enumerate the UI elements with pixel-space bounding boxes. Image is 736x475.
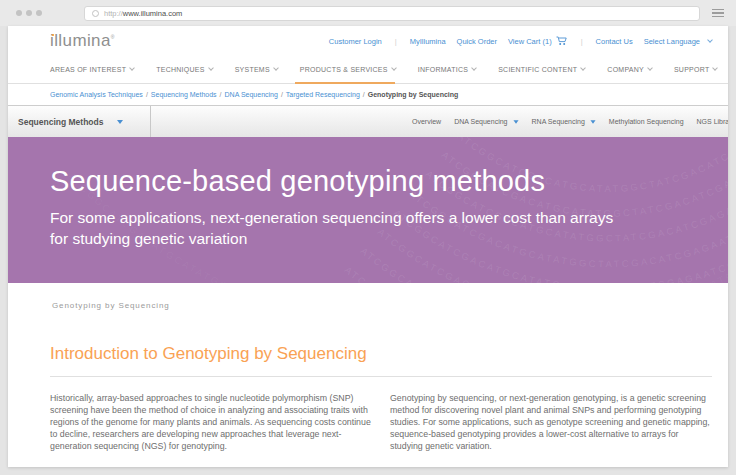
intro-paragraph-left: Historically, array-based approaches to … (50, 392, 372, 452)
utility-link-view-cart[interactable]: View Cart (1) (508, 36, 568, 46)
breadcrumb-link[interactable]: Genomic Analysis Techniques (50, 91, 143, 98)
chevron-down-icon (647, 65, 653, 71)
window-controls (16, 10, 42, 16)
chevron-down-icon (471, 65, 477, 71)
nav-item-systems[interactable]: SYSTEMS (235, 56, 278, 83)
nav-item-support[interactable]: SUPPORT (674, 56, 717, 83)
window-button[interactable] (16, 10, 22, 16)
divider: | (581, 37, 583, 46)
chevron-down-icon (273, 65, 279, 71)
breadcrumb-link[interactable]: Sequencing Methods (151, 91, 217, 98)
url-scheme: http:// (104, 9, 123, 18)
utility-link-customer-login[interactable]: Customer Login (329, 37, 382, 46)
nav-item-products-services[interactable]: PRODUCTS & SERVICES (300, 56, 396, 83)
chevron-down-icon (713, 65, 719, 71)
breadcrumb-link[interactable]: Targeted Resequencing (286, 91, 360, 98)
dropdown-arrow-icon (590, 120, 595, 123)
page-card: illumina® Customer Login | MyIllumina Qu… (8, 26, 728, 467)
subnav-item-overview[interactable]: Overview (412, 118, 441, 125)
illumina-logo[interactable]: illumina® (50, 31, 115, 51)
url-host: www.illumina.com (123, 9, 183, 18)
intro-columns: Historically, array-based approaches to … (50, 392, 712, 452)
breadcrumb-current: Genotyping by Sequencing (368, 91, 459, 98)
utility-link-myillumina[interactable]: MyIllumina (410, 37, 446, 46)
chevron-down-icon (129, 65, 135, 71)
cart-icon (556, 36, 568, 46)
breadcrumb: Genomic Analysis Techniques / Sequencing… (8, 84, 728, 105)
subnav-item-methylation-sequencing[interactable]: Methylation Sequencing (609, 118, 684, 125)
chevron-down-icon (707, 37, 713, 43)
utility-link-quick-order[interactable]: Quick Order (457, 37, 497, 46)
subnav-item-dna-sequencing[interactable]: DNA Sequencing (454, 118, 518, 125)
hero-subtitle: For some applications, next-generation s… (50, 207, 728, 249)
subnav-items: Overview DNA Sequencing RNA Sequencing M… (412, 106, 728, 137)
nav-item-scientific-content[interactable]: SCIENTIFIC CONTENT (498, 56, 585, 83)
registered-mark: ® (111, 34, 115, 40)
section-title: Introduction to Genotyping by Sequencing (50, 344, 712, 377)
site-header: illumina® Customer Login | MyIllumina Qu… (8, 26, 728, 56)
browser-menu-icon[interactable] (712, 9, 724, 18)
browser-chrome: http://www.illumina.com (0, 0, 736, 26)
address-bar[interactable]: http://www.illumina.com (84, 6, 700, 21)
dropdown-arrow-icon (117, 120, 123, 124)
subnav-item-ngs-library-prep[interactable]: NGS Library Prep (697, 118, 728, 125)
utility-link-contact-us[interactable]: Contact Us (596, 37, 633, 46)
nav-item-techniques[interactable]: TECHNIQUES (156, 56, 212, 83)
breadcrumb-link[interactable]: DNA Sequencing (225, 91, 278, 98)
page-eyebrow: Genotyping by Sequencing (52, 301, 712, 310)
chevron-down-icon (580, 65, 586, 71)
hero-title: Sequence-based genotyping methods (50, 165, 728, 198)
utility-link-select-language[interactable]: Select Language (644, 37, 712, 46)
divider: | (395, 37, 397, 46)
main-nav: AREAS OF INTEREST TECHNIQUES SYSTEMS PRO… (8, 56, 728, 84)
chevron-down-icon (208, 65, 214, 71)
section-subnav: Sequencing Methods Overview DNA Sequenci… (8, 105, 728, 137)
nav-item-company[interactable]: COMPANY (607, 56, 652, 83)
logo-text: illumina (50, 31, 111, 50)
window-button[interactable] (26, 10, 32, 16)
window-button[interactable] (36, 10, 42, 16)
page-icon (92, 10, 99, 17)
dropdown-arrow-icon (513, 120, 518, 123)
nav-item-areas-of-interest[interactable]: AREAS OF INTEREST (50, 56, 134, 83)
chevron-down-icon (391, 65, 397, 71)
utility-nav: Customer Login | MyIllumina Quick Order … (329, 36, 712, 46)
nav-item-informatics[interactable]: INFORMATICS (418, 56, 476, 83)
subnav-item-rna-sequencing[interactable]: RNA Sequencing (532, 118, 596, 125)
intro-paragraph-right: Genotyping by sequencing, or next-genera… (390, 392, 712, 452)
section-selector[interactable]: Sequencing Methods (8, 106, 151, 137)
hero-banner: ATCGGCATCGACATGCATATGGCTATCGACATCGAGAATC… (8, 137, 728, 283)
